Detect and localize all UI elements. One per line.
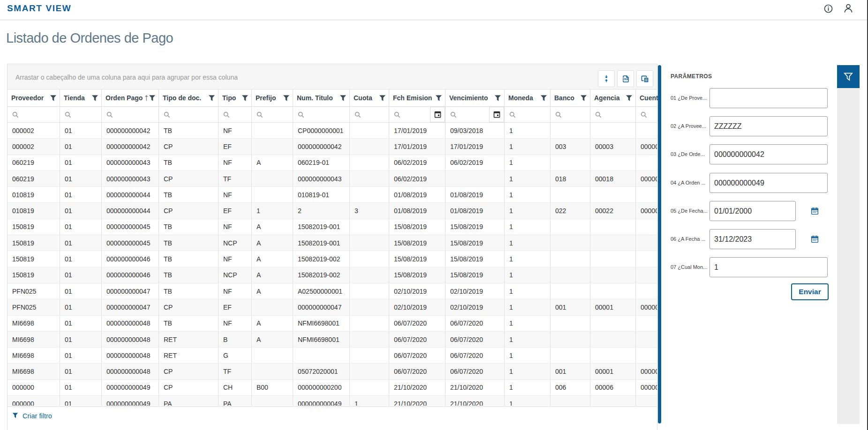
svg-text:xlsx: xlsx [622, 77, 628, 80]
